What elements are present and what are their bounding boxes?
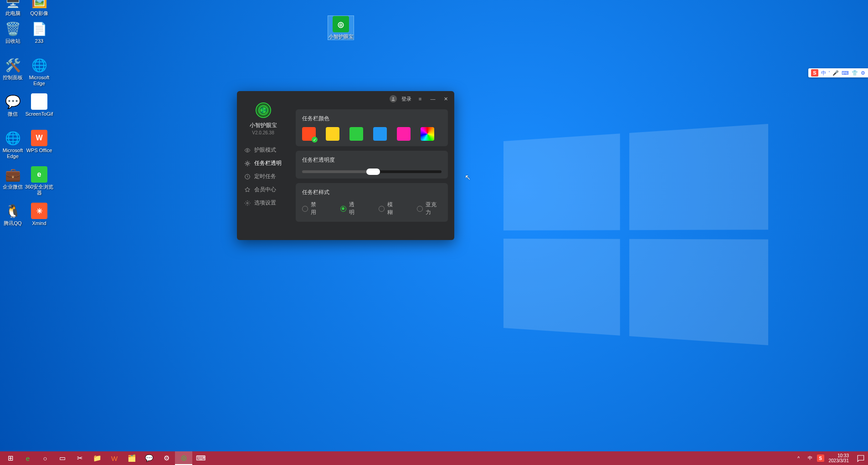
taskbar-settings[interactable]: ⚙ [158,451,175,465]
tray-clock[interactable]: 10:33 2023/3/31 [829,453,851,464]
xmind-icon: ✳ [31,203,47,219]
panel-taskbar-opacity: 任务栏透明度 [296,151,448,179]
tray-ime[interactable]: 中 [808,455,812,461]
keyboard-icon: ⌨ [196,454,206,462]
wps-icon: W [111,455,118,462]
desktop-icon-label: 企业微信 [3,184,23,190]
radio-acrylic[interactable]: 亚克力 [417,201,442,216]
panel-title: 任务栏颜色 [302,115,442,123]
desktop-icon-control-panel[interactable]: 🛠️控制面板 [0,57,26,81]
desktop-icon-label: 微信 [8,111,18,117]
color-swatch-rainbow[interactable] [421,127,434,141]
tray-chevron-icon[interactable]: ^ [794,451,803,465]
desktop-icon-this-pc[interactable]: 🖥️此电脑 [0,0,26,16]
360browser-icon: e [31,166,47,183]
tray-notification-icon[interactable] [855,453,866,464]
menu-icon[interactable]: ≡ [416,95,424,103]
radio-blur[interactable]: 模糊 [379,201,398,216]
taskbar: ⊞e○▭✂📁W🗂️💬⚙◎⌨ ^ 中 S 10:33 2023/3/31 [0,451,868,465]
desktop-icon-xmind[interactable]: ✳Xmind [26,203,52,226]
eye-mode-icon [244,147,251,153]
snip-icon: ✂ [77,454,83,462]
nav-timer[interactable]: 定时任务 [237,170,289,183]
desktop-icon-label: 233 [35,38,43,44]
vip-icon [244,187,251,193]
desktop-icon-wechat[interactable]: 💬微信 [0,93,26,117]
color-swatch-3[interactable] [373,127,387,141]
color-swatch-4[interactable] [397,127,411,141]
desktop-icon-qq[interactable]: 🐧腾讯QQ [0,203,26,226]
desktop-icon-txt-233[interactable]: 📄233 [26,20,52,44]
taskbar-trans-icon [244,160,251,167]
close-button[interactable]: ✕ [442,95,450,103]
desktop-icon-qywechat[interactable]: 💼企业微信 [0,166,26,190]
desktop-icon-label: 腾讯QQ [4,220,21,226]
taskbar-files[interactable]: 🗂️ [123,451,140,465]
color-swatch-2[interactable] [349,127,363,141]
nav-label: 选项设置 [254,199,276,207]
desktop-icon-label: QQ影像 [30,10,48,16]
login-button[interactable]: 登录 [401,96,411,102]
qq-icon: 🐧 [5,203,21,219]
radio-transparent[interactable]: 透明 [340,201,360,216]
ime-item[interactable]: ⚙ [861,70,865,76]
radio-label: 禁用 [311,201,321,216]
txt-233-icon: 📄 [31,20,47,37]
ime-item[interactable]: 🎤 [832,70,839,76]
opacity-slider-thumb[interactable] [366,169,380,175]
taskbar-snip[interactable]: ✂ [71,451,88,465]
taskbar-browser360[interactable]: e [19,451,36,465]
ime-item[interactable]: ' [829,70,830,76]
tray-date: 2023/3/31 [829,458,849,464]
panel-title: 任务栏透明度 [302,156,442,164]
app-titlebar: 登录 ≡ — ✕ [390,91,454,107]
desktop-icon-label: 控制面板 [3,75,23,81]
svg-point-0 [392,97,394,99]
panel-taskbar-color: 任务栏颜色 [296,109,448,146]
color-swatch-0[interactable] [302,127,316,141]
desktop-icon-recycle-bin[interactable]: 🗑️回收站 [0,20,26,44]
desktop-icon-360browser[interactable]: e360安全浏览 器 [26,166,52,196]
desktop-icon-label: 小智护眼宝 [329,34,354,40]
desktop-icon-label: Microsoft Edge [3,148,23,159]
tray-sogou-icon[interactable]: S [817,455,824,462]
desktop-icon-eyecare-desktop[interactable]: ◎小智护眼宝 [328,16,354,40]
start-icon: ⊞ [8,454,14,462]
browser360-icon: e [26,455,30,462]
qq-image-icon: 🖼️ [31,0,47,9]
taskbar-wechat[interactable]: 💬 [140,451,158,465]
desktop-icon-edge1[interactable]: 🌐Microsoft Edge [26,57,52,87]
recycle-bin-icon: 🗑️ [5,20,21,37]
app-version: V2.0.26.38 [252,130,274,135]
ime-item[interactable]: 👕 [852,70,858,76]
user-avatar-icon[interactable] [390,95,397,102]
eyecare-icon: ◎ [181,454,187,462]
taskbar-taskview[interactable]: ▭ [54,451,71,465]
wechat-icon: 💬 [5,93,21,110]
desktop-icon-edge2[interactable]: 🌐Microsoft Edge [0,130,26,159]
taskbar-keyboard[interactable]: ⌨ [192,451,210,465]
nav-taskbar-trans[interactable]: 任务栏透明 [237,157,289,170]
eyecare-app-window: 登录 ≡ — ✕ 小智护眼宝 V2.0.26.38 护眼模式任务栏透明定时任务会… [237,91,454,240]
taskbar-right: ^ 中 S 10:33 2023/3/31 [794,451,867,465]
desktop-icon-screentogif[interactable]: S>GScreenToGif [26,93,52,117]
opacity-slider[interactable] [302,170,442,173]
ime-floating-bar[interactable]: S 中 ' 🎤 ⌨ 👕 ⚙ [808,68,868,77]
taskbar-eyecare[interactable]: ◎ [175,451,192,465]
minimize-button[interactable]: — [429,95,437,103]
nav-eye-mode[interactable]: 护眼模式 [237,143,289,157]
desktop-icon-wps[interactable]: WWPS Office [26,130,52,153]
edge1-icon: 🌐 [31,57,47,73]
color-swatch-1[interactable] [326,127,339,141]
nav-vip[interactable]: 会员中心 [237,183,289,196]
radio-disable[interactable]: 禁用 [302,201,321,216]
nav-settings[interactable]: 选项设置 [237,196,289,210]
taskbar-start[interactable]: ⊞ [2,451,19,465]
ime-item[interactable]: ⌨ [842,70,849,76]
taskbar-explorer[interactable]: 📁 [88,451,106,465]
taskbar-cortana[interactable]: ○ [36,451,54,465]
ime-mode[interactable]: 中 [821,70,826,77]
taskbar-wps[interactable]: W [106,451,123,465]
desktop-icon-qq-image[interactable]: 🖼️QQ影像 [26,0,52,16]
app-main: 任务栏颜色 任务栏透明度 任务栏样式 禁用透明模糊亚克力 [289,91,454,240]
